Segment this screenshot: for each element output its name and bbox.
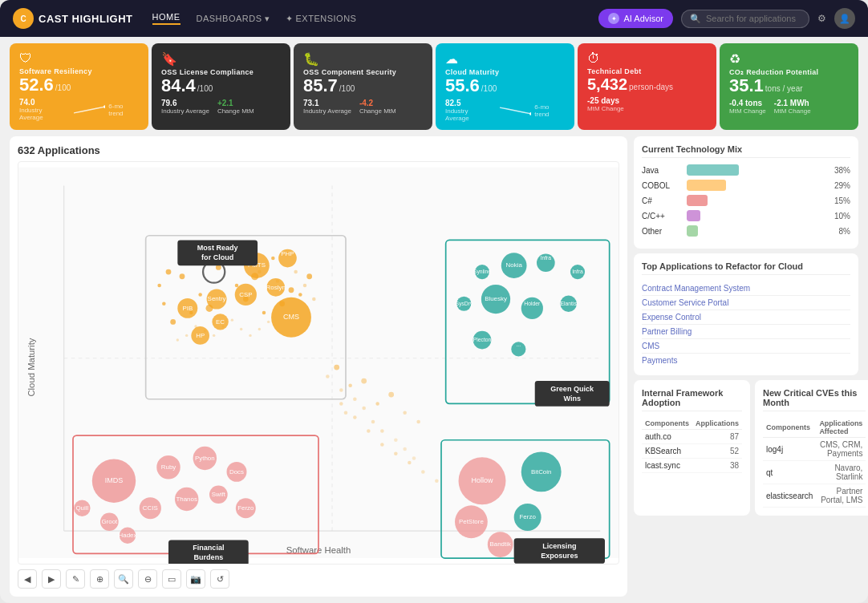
app-list-item[interactable]: Payments: [642, 354, 850, 367]
app-list-item[interactable]: Partner Billing: [642, 325, 850, 339]
svg-point-44: [176, 339, 179, 342]
toolbar-zoom-out[interactable]: ⊖: [138, 569, 157, 589]
user-avatar[interactable]: 👤: [834, 8, 855, 29]
svg-point-143: [334, 365, 339, 370]
top-apps-list: Contract Management System Customer Serv…: [642, 281, 850, 367]
main-content: 632 Applications Cloud Maturity Software…: [0, 136, 868, 603]
toolbar-add[interactable]: ⊕: [90, 569, 109, 589]
svg-point-43: [185, 334, 188, 337]
svg-point-147: [388, 392, 394, 398]
svg-point-50: [371, 420, 375, 424]
toolbar-zoom-in[interactable]: 🔍: [114, 569, 133, 589]
svg-text:Bluesky: Bluesky: [485, 296, 507, 303]
svg-text:PetStore: PetStore: [459, 518, 484, 525]
toolbar-prev[interactable]: ◀: [18, 569, 37, 589]
svg-text:Docs: Docs: [229, 468, 244, 476]
svg-text:Bandtik: Bandtik: [489, 541, 510, 548]
app-list-item[interactable]: CMS: [642, 339, 850, 354]
svg-point-17: [170, 319, 176, 325]
table-row: log4j CMS, CRM, Payments: [763, 438, 866, 461]
tech-bar-other: Other 8%: [642, 225, 850, 237]
filter-icon[interactable]: ⚙: [817, 13, 826, 24]
metric-oss-license[interactable]: 🔖 OSS License Compliance 84.4 /100 79.6 …: [152, 43, 290, 130]
tech-bar-cobol: COBOL 29%: [642, 180, 850, 191]
svg-text:Infra: Infra: [572, 269, 583, 275]
svg-text:Synline: Synline: [473, 269, 492, 276]
svg-point-144: [348, 384, 352, 388]
svg-point-153: [380, 443, 384, 447]
svg-point-15: [289, 288, 294, 293]
svg-point-21: [262, 311, 266, 315]
svg-text:Roslyn: Roslyn: [266, 284, 286, 291]
search-box: 🔍: [681, 10, 809, 28]
svg-text:Cloud Maturity: Cloud Maturity: [26, 338, 36, 396]
scatter-chart[interactable]: Cloud Maturity Software Health: [18, 161, 619, 565]
metric-title: Software Resiliency: [19, 67, 139, 75]
metric-technical-debt[interactable]: ⏱ Technical Debt 5,432 person-days -25 d…: [578, 43, 716, 130]
app-list-item[interactable]: Contract Management System: [642, 281, 850, 296]
svg-point-12: [235, 284, 239, 288]
svg-text:Hadex: Hadex: [119, 532, 137, 539]
svg-text:Ruby: Ruby: [161, 463, 176, 471]
svg-point-52: [394, 439, 398, 443]
svg-text:PIB: PIB: [182, 305, 193, 312]
svg-point-155: [408, 461, 412, 465]
table-row: KBSearch 52: [642, 444, 742, 459]
svg-point-33: [312, 297, 316, 302]
svg-point-149: [416, 420, 420, 424]
nav-home[interactable]: HOME: [152, 12, 180, 25]
svg-text:HP: HP: [196, 332, 205, 339]
svg-point-156: [421, 470, 425, 474]
framework-col-components: Components: [642, 418, 692, 430]
ai-advisor-button[interactable]: ✦ AI Advisor: [598, 9, 673, 28]
logo-icon: C: [13, 8, 34, 29]
app-list-item[interactable]: Customer Service Portal: [642, 296, 850, 310]
svg-text:Groot: Groot: [101, 518, 118, 525]
cve-card: New Critical CVEs this Month Components …: [755, 380, 868, 516]
svg-text:CSP: CSP: [239, 291, 252, 298]
tech-mix-bars: Java 38% COBOL 29% C#: [642, 164, 850, 237]
svg-text:Infra: Infra: [541, 256, 552, 261]
metric-co2[interactable]: ♻ CO₂ Reduction Potential 35.1 tons / ye…: [720, 43, 858, 130]
table-row: lcast.sync 38: [642, 459, 742, 473]
metric-software-resiliency[interactable]: 🛡 Software Resiliency 52.6 /100 74.0 Ind…: [10, 43, 148, 130]
svg-point-148: [403, 411, 407, 415]
svg-text:BitCoin: BitCoin: [531, 468, 552, 476]
app-list-item[interactable]: Expense Control: [642, 310, 850, 325]
svg-text:Wins: Wins: [563, 395, 581, 403]
svg-point-51: [380, 429, 384, 433]
shield-icon: 🛡: [19, 51, 139, 66]
toolbar-next[interactable]: ▶: [42, 569, 61, 589]
svg-text:Green Quick: Green Quick: [550, 385, 594, 393]
nav-extensions[interactable]: ✦ EXTENSIONS: [286, 14, 356, 24]
toolbar-camera[interactable]: 📷: [186, 569, 205, 589]
clock-icon: ⏱: [587, 51, 707, 66]
svg-point-49: [362, 407, 366, 411]
nav-dashboards[interactable]: DASHBOARDS ▾: [197, 14, 270, 24]
svg-point-150: [339, 402, 343, 406]
search-input[interactable]: [706, 14, 802, 23]
metric-cloud-maturity[interactable]: ☁ Cloud Maturity 55.6 /100 82.5 Industry…: [436, 43, 574, 130]
svg-point-24: [306, 274, 312, 280]
search-icon: 🔍: [690, 14, 701, 24]
scatter-svg: Cloud Maturity Software Health: [18, 162, 619, 564]
metric-oss-security[interactable]: 🐛 OSS Component Security 85.7 /100 73.1 …: [294, 43, 432, 130]
bottom-panels: Internal Framework Adoption Components A…: [634, 380, 858, 516]
toolbar-rect[interactable]: ▭: [162, 569, 181, 589]
svg-point-146: [375, 402, 379, 406]
svg-point-16: [162, 302, 166, 306]
svg-point-54: [412, 456, 416, 460]
svg-text:IMDS: IMDS: [105, 476, 124, 484]
svg-text:CMS: CMS: [283, 313, 299, 321]
toolbar-undo[interactable]: ↺: [210, 569, 229, 589]
logo-area: C CAST HIGHLIGHT: [13, 8, 133, 29]
framework-col-apps: Applications: [692, 418, 742, 430]
svg-point-39: [240, 328, 242, 330]
top-apps-card: Top Applications to Refactor for Cloud C…: [634, 253, 858, 375]
tech-mix-title: Current Technology Mix: [642, 144, 850, 158]
toolbar-edit[interactable]: ✎: [66, 569, 85, 589]
table-row: auth.co 87: [642, 430, 742, 444]
svg-text:Licensing: Licensing: [542, 542, 576, 550]
svg-point-23: [298, 293, 302, 297]
svg-text:EC: EC: [216, 318, 225, 326]
